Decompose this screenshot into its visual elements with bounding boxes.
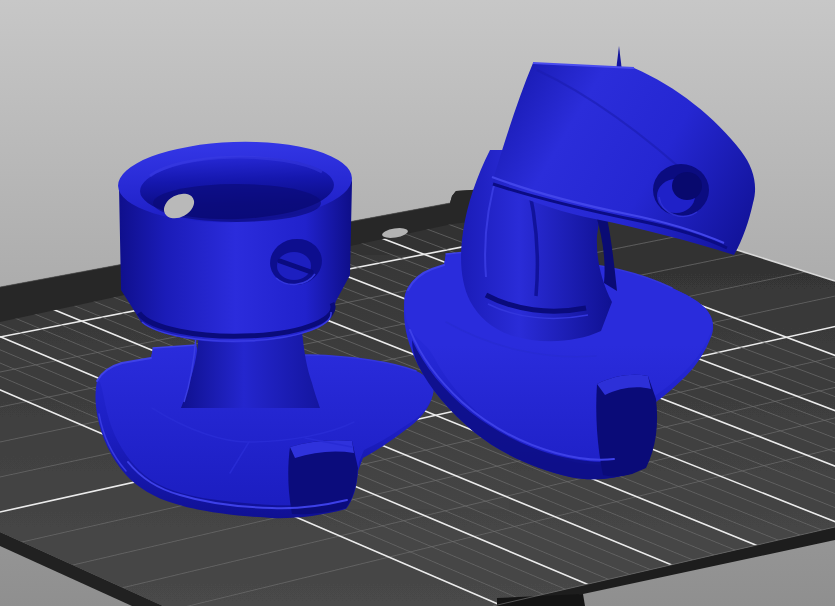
slicer-3d-viewport[interactable]: ORIGINAL PRUSA	[0, 0, 835, 606]
tilted-cup-hole	[653, 164, 709, 216]
